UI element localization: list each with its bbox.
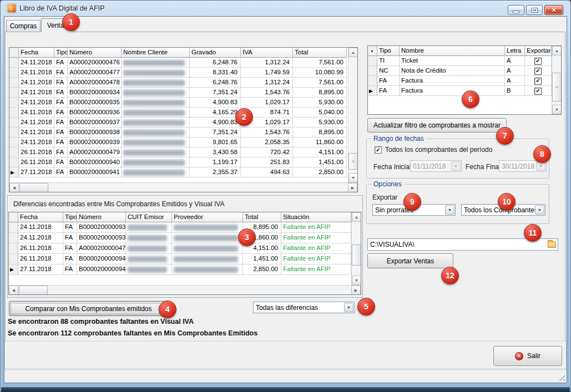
chevron-down-icon[interactable]: ▼ (535, 205, 544, 215)
cell-nombre: Ticket (400, 56, 505, 66)
table-row[interactable]: 26.11.2018FAA00002000004793,430.58720.42… (9, 147, 357, 157)
chevron-down-icon[interactable]: ▼ (445, 205, 454, 215)
table-row[interactable]: 24.11.2018FAB00002000009374,900.831,029.… (9, 118, 357, 128)
fecha-final-label: Fecha Final: (466, 163, 502, 171)
table-row[interactable]: 24.11.2018FAB00002000009354,900.831,029.… (9, 98, 357, 108)
table-row[interactable]: FAFacturaA✔ (368, 76, 561, 86)
column-header[interactable]: IVA (241, 48, 293, 58)
column-header[interactable]: Total (243, 212, 281, 222)
table-row[interactable]: NCNota de CréditoA✔ (368, 66, 561, 76)
horizontal-scrollbar[interactable]: ◀ ▶ (9, 285, 361, 294)
column-header[interactable]: Número (68, 48, 122, 58)
todos-comprobantes-checkbox[interactable]: ✔ Todos los comprobantes del período (375, 146, 492, 154)
scroll-up-icon[interactable]: ▲ (352, 212, 361, 222)
column-header[interactable]: Nombre Cliente (122, 48, 190, 58)
table-row[interactable]: 26.11.2018FAB00002000009401,199.17251.83… (9, 157, 357, 167)
column-header[interactable]: Situación (281, 212, 351, 222)
app-window: Libro de IVA Digital de AFIP ✕ Compras V… (0, 0, 571, 392)
column-header[interactable]: CUIT Emisor (126, 212, 172, 222)
combo-value: Todas las diferencias (256, 304, 318, 312)
cell-total: 7,561.00 (293, 58, 347, 68)
column-header[interactable]: Tipo (54, 48, 68, 58)
checked-checkbox-icon[interactable]: ✔ (534, 58, 542, 65)
cell-fecha: 24.11.2018 (18, 222, 63, 233)
cell-exportar: ✔ (525, 56, 552, 66)
scroll-thumb[interactable] (19, 286, 48, 295)
table-row[interactable]: ▶27.11.2018FAB00002000009412,850.00Falta… (9, 264, 361, 275)
exportar-ventas-button[interactable]: Exportar Ventas (367, 253, 453, 268)
scroll-thumb[interactable] (352, 245, 361, 266)
cell-total: 5,040.00 (293, 108, 347, 118)
column-header[interactable]: Exportar (525, 46, 552, 56)
checked-checkbox-icon[interactable]: ✔ (534, 78, 542, 85)
column-header[interactable]: Número (77, 212, 126, 222)
vertical-scrollbar[interactable]: ▲ ▼ (351, 212, 361, 285)
scroll-down-icon[interactable]: ▼ (352, 276, 361, 285)
column-header[interactable]: Tipo (63, 212, 77, 222)
table-row[interactable]: 24.11.2018FAB00002000009399,801.652,058.… (9, 138, 357, 147)
comparar-comprobantes-button[interactable]: Comparar con Mis Comprobantes emitidos (9, 301, 168, 316)
cell-tipo: FA (54, 108, 68, 118)
vertical-scrollbar[interactable]: ▲ ≡ ▼ (348, 48, 357, 182)
column-header[interactable]: Proveedor (172, 212, 243, 222)
redacted-text (128, 235, 167, 241)
scroll-up-icon[interactable]: ▲ (348, 48, 358, 57)
column-header[interactable]: Tipo (377, 46, 400, 56)
chevron-down-icon[interactable]: ▼ (344, 303, 353, 312)
exit-x-icon: ✕ (515, 352, 523, 360)
table-row[interactable]: 24.11.2018FAB00002000009347,351.241,543.… (9, 88, 357, 98)
browse-folder-button[interactable] (546, 240, 557, 250)
salir-button[interactable]: ✕ Salir (493, 346, 562, 366)
table-row[interactable]: 24.11.2018FAB00002000009364,165.29874.71… (9, 108, 357, 118)
table-row[interactable]: 26.11.2018FAB00002000009401,451.00Faltan… (9, 254, 361, 264)
column-header[interactable]: Letra (505, 46, 525, 56)
row-indicator (9, 108, 19, 118)
table-row[interactable]: 26.11.2018FAA00002000004794,151.00Faltan… (9, 243, 361, 254)
scroll-down-icon[interactable]: ▼ (348, 173, 358, 182)
scroll-thumb[interactable]: ≡ (348, 153, 358, 170)
redacted-text (123, 90, 185, 96)
scroll-up-icon[interactable]: ▲ (552, 46, 562, 55)
titlebar[interactable]: Libro de IVA Digital de AFIP ✕ (1, 1, 570, 17)
horizontal-scrollbar[interactable]: ◀ ▶ (9, 182, 357, 192)
checked-checkbox-icon[interactable]: ✔ (534, 88, 542, 95)
column-header[interactable]: Fecha (19, 48, 54, 58)
cell-situacion: Faltante en AFIP (281, 222, 351, 233)
table-row[interactable]: 24.11.2018FAA00002000004766,248.761,312.… (9, 58, 357, 68)
column-header[interactable]: Gravado (190, 48, 241, 58)
close-button[interactable]: ✕ (544, 5, 563, 15)
table-row[interactable]: 24.11.2018FAA00002000004786,248.761,312.… (9, 78, 357, 88)
cell-proveedor (172, 233, 243, 243)
table-row[interactable]: TITicketA✔ (368, 56, 561, 66)
column-header[interactable]: Nombre (400, 46, 505, 56)
column-header[interactable]: Fecha (18, 212, 63, 222)
scroll-left-icon[interactable]: ◀ (9, 183, 19, 192)
visual-iva-grid[interactable]: ▲ ≡ ▼ ◀ ▶ FechaTipoNúmeroNombre ClienteG… (9, 47, 358, 192)
diferencia-a-mostrar-combo[interactable]: Todas las diferencias ▼ (253, 302, 355, 313)
cell-iva: 1,312.24 (241, 78, 293, 88)
checked-checkbox-icon[interactable]: ✔ (534, 68, 542, 75)
minimize-button[interactable] (508, 5, 524, 15)
redacted-text (174, 225, 238, 231)
scroll-right-icon[interactable]: ▶ (348, 183, 357, 192)
annotation-badge-4: 4 (159, 301, 176, 318)
table-row[interactable]: 24.11.2018FAB00002000009388,895.00Faltan… (9, 222, 361, 233)
table-row[interactable]: ▶27.11.2018FAB00002000009412,355.37494.6… (9, 167, 357, 177)
maximize-button[interactable] (526, 5, 543, 15)
cell-iva: 1,749.59 (241, 68, 293, 78)
scroll-right-icon[interactable]: ▶ (351, 286, 361, 295)
resize-grip[interactable] (557, 373, 565, 381)
cell-total: 8,895.00 (293, 88, 347, 98)
scroll-down-icon[interactable]: ▼ (552, 105, 562, 114)
actualizar-filtro-button[interactable]: Actualizar filtro de comprobantes a most… (367, 118, 507, 133)
column-header[interactable]: Total (293, 48, 347, 58)
vertical-scrollbar[interactable]: ▲ ≡ ▼ (552, 46, 561, 114)
table-row[interactable]: 24.11.2018FAA00002000004778,331.401,749.… (9, 68, 357, 78)
scroll-thumb[interactable] (19, 183, 48, 192)
scroll-thumb[interactable]: ≡ (552, 73, 562, 101)
tab-compras[interactable]: Compras (6, 20, 41, 32)
scroll-left-icon[interactable]: ◀ (9, 286, 18, 295)
diferencias-grid[interactable]: ▲ ▼ ◀ ▶ FechaTipoNúmeroCUIT EmisorProvee… (8, 212, 361, 295)
table-row[interactable]: 24.11.2018FAB00002000009387,351.241,543.… (9, 128, 357, 138)
table-row[interactable]: 24.11.2018FAB000020000093911,860.00Falta… (9, 233, 361, 243)
